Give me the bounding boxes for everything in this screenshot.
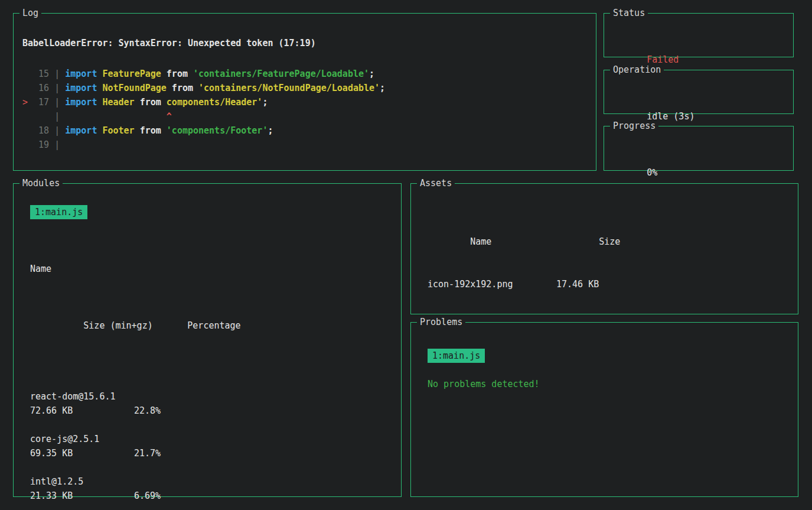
code-token: ; bbox=[369, 69, 374, 79]
code-token: Header bbox=[102, 97, 134, 108]
module-size-line: 72.66 KB22.8% bbox=[30, 404, 384, 418]
gutter-separator: | bbox=[49, 139, 65, 150]
code-token: Footer bbox=[102, 125, 134, 136]
module-percentage: 6.69% bbox=[134, 490, 161, 501]
modules-header-name: Name bbox=[30, 262, 384, 276]
modules-header-size: Size (min+gz) bbox=[83, 319, 187, 333]
code-token: from bbox=[135, 97, 167, 108]
gutter-line-number: 17 bbox=[28, 97, 49, 108]
gutter-marker bbox=[22, 125, 28, 136]
operation-panel: Operation idle (3s) bbox=[604, 70, 794, 114]
assets-header-name: Name bbox=[470, 235, 599, 249]
code-token: FeaturePage bbox=[102, 69, 161, 79]
code-token: ; bbox=[262, 97, 268, 108]
gutter-separator: | bbox=[49, 83, 65, 93]
code-token: from bbox=[135, 125, 167, 136]
module-size: 72.66 KB bbox=[30, 404, 134, 418]
assets-rows: icon-192x192.png17.46 KB bbox=[428, 277, 781, 291]
asset-name: icon-192x192.png bbox=[428, 277, 556, 291]
problems-panel-title: Problems bbox=[417, 316, 465, 329]
module-row: react-dom@15.6.172.66 KB22.8% bbox=[30, 389, 384, 418]
gutter-line-number: 16 bbox=[28, 83, 49, 93]
code-token: 'components/Footer' bbox=[167, 125, 268, 136]
error-message: BabelLoaderError: SyntaxError: Unexpecte… bbox=[22, 36, 587, 50]
log-panel-title: Log bbox=[19, 7, 41, 20]
gutter-separator: | bbox=[49, 111, 65, 122]
status-panel: Status Failed bbox=[604, 13, 794, 57]
problems-panel: Problems 1:main.js No problems detected! bbox=[410, 322, 798, 497]
code-token: NotFoundPage bbox=[102, 83, 166, 93]
log-code: 15 | import FeaturePage from 'containers… bbox=[22, 67, 587, 152]
gutter-line-number: 18 bbox=[28, 125, 49, 136]
log-code-line: 19 | bbox=[22, 138, 587, 152]
log-body: BabelLoaderError: SyntaxError: Unexpecte… bbox=[14, 14, 596, 152]
gutter-marker bbox=[22, 83, 28, 93]
gutter-line-number: 19 bbox=[28, 139, 49, 150]
progress-panel: Progress 0% bbox=[604, 126, 794, 171]
module-size: 21.33 KB bbox=[30, 489, 134, 503]
module-row: core-js@2.5.169.35 KB21.7% bbox=[30, 432, 384, 460]
log-code-line: > 17 | import Header from components/Hea… bbox=[22, 95, 587, 109]
code-token: ; bbox=[380, 83, 385, 93]
gutter-separator: | bbox=[49, 69, 65, 79]
asset-size: 17.46 KB bbox=[556, 279, 599, 290]
gutter-separator: | bbox=[49, 125, 65, 136]
progress-panel-title: Progress bbox=[610, 119, 658, 132]
module-name: intl@1.2.5 bbox=[30, 475, 384, 489]
log-code-line: | ^ bbox=[22, 109, 587, 124]
gutter-line-number: 15 bbox=[28, 69, 49, 79]
log-panel: Log BabelLoaderError: SyntaxError: Unexp… bbox=[13, 13, 596, 171]
module-row: intl@1.2.521.33 KB6.69% bbox=[30, 475, 384, 503]
code-token: 'containers/NotFoundPage/Loadable' bbox=[198, 83, 380, 93]
code-token: import bbox=[65, 125, 97, 136]
modules-rows: react-dom@15.6.172.66 KB22.8%core-js@2.5… bbox=[30, 389, 384, 510]
module-size: 69.35 KB bbox=[30, 446, 134, 460]
modules-panel-title: Modules bbox=[19, 177, 63, 190]
gutter-marker: > bbox=[22, 97, 28, 108]
module-size-line: 69.35 KB21.7% bbox=[30, 446, 384, 460]
log-code-line: 18 | import Footer from 'components/Foot… bbox=[22, 124, 587, 138]
assets-panel-title: Assets bbox=[417, 177, 455, 190]
code-token: from bbox=[161, 69, 193, 79]
problems-message: No problems detected! bbox=[428, 377, 781, 391]
code-token: ^ bbox=[65, 111, 172, 122]
module-name: core-js@2.5.1 bbox=[30, 432, 384, 446]
gutter-line-number bbox=[28, 111, 49, 122]
modules-header-percentage: Percentage bbox=[187, 320, 240, 331]
gutter-marker bbox=[22, 139, 28, 150]
modules-tab-main-js: 1:main.js bbox=[30, 205, 87, 219]
status-panel-title: Status bbox=[610, 7, 648, 20]
gutter-separator: | bbox=[49, 97, 65, 108]
module-percentage: 22.8% bbox=[134, 405, 161, 416]
code-token: components/Header' bbox=[167, 97, 263, 108]
assets-header-size: Size bbox=[599, 236, 620, 247]
code-token: import bbox=[65, 83, 97, 93]
code-token: import bbox=[65, 97, 97, 108]
assets-panel: Assets NameSize icon-192x192.png17.46 KB bbox=[410, 183, 798, 314]
gutter-marker bbox=[22, 69, 28, 79]
operation-panel-title: Operation bbox=[610, 63, 664, 76]
code-token: import bbox=[65, 69, 97, 79]
gutter-marker bbox=[22, 111, 28, 122]
problems-tab-main-js: 1:main.js bbox=[428, 349, 485, 363]
module-name: react-dom@15.6.1 bbox=[30, 389, 384, 404]
code-token: ; bbox=[268, 125, 273, 136]
log-code-line: 16 | import NotFoundPage from 'container… bbox=[22, 81, 587, 95]
modules-panel: Modules 1:main.js Name Size (min+gz)Perc… bbox=[13, 183, 402, 497]
modules-table-headers: Name Size (min+gz)Percentage bbox=[30, 233, 384, 375]
module-size-line: 21.33 KB6.69% bbox=[30, 489, 384, 503]
asset-row: icon-192x192.png17.46 KB bbox=[428, 277, 781, 291]
code-token: from bbox=[167, 83, 198, 93]
code-token: 'containers/FeaturePage/Loadable' bbox=[193, 69, 369, 79]
module-percentage: 21.7% bbox=[134, 448, 161, 459]
log-code-line: 15 | import FeaturePage from 'containers… bbox=[22, 67, 587, 81]
assets-table-headers: NameSize bbox=[428, 220, 781, 263]
progress-value: 0% bbox=[647, 167, 657, 178]
